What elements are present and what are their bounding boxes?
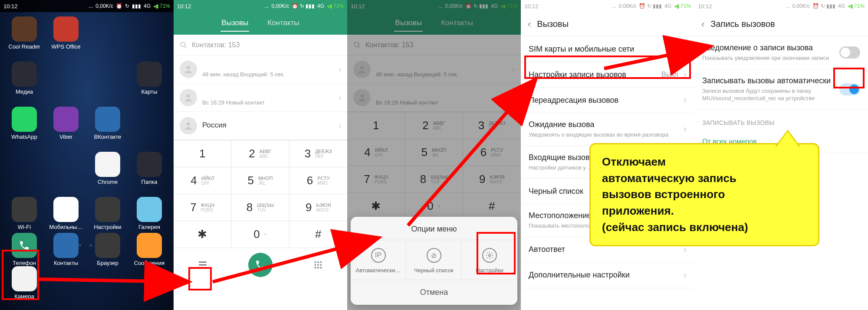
settings-row-3[interactable]: Ожидание вызоваУведомлять о входящих выз… bbox=[521, 113, 694, 146]
app-icon bbox=[95, 197, 120, 222]
phone-icon bbox=[255, 259, 266, 271]
key-2[interactable]: 2АБВГABC bbox=[231, 140, 289, 167]
dialpad-button[interactable] bbox=[306, 253, 330, 277]
app-icon bbox=[12, 197, 37, 222]
settings-row-2[interactable]: Переадресация вызовов› bbox=[521, 88, 694, 113]
recent-call-row[interactable]: Россия› bbox=[174, 112, 347, 140]
svg-point-2 bbox=[187, 66, 190, 69]
svg-point-8 bbox=[315, 261, 316, 263]
option-settings[interactable]: Настройки bbox=[462, 240, 517, 280]
dock-телефон[interactable]: Телефон bbox=[3, 233, 45, 266]
app--[interactable]: Карты bbox=[128, 62, 170, 105]
svg-point-15 bbox=[317, 267, 319, 269]
search-icon bbox=[180, 41, 187, 49]
toggle-notify[interactable] bbox=[839, 46, 860, 59]
app--[interactable]: Папка bbox=[128, 152, 170, 195]
settings-row-1[interactable]: Настройки записи вызововВыкл› bbox=[521, 62, 694, 88]
app-wps-office[interactable]: WPS Office bbox=[45, 16, 87, 60]
tab-calls[interactable]: Вызовы bbox=[220, 15, 249, 32]
status-bar: 10:12 ... 0,00K/c ⏰ ↻ ▮▮▮ 4G ◂▮71% bbox=[521, 0, 694, 12]
annotation-callout: Отключаем автоматическую запись вызовов … bbox=[589, 143, 819, 246]
app-icon bbox=[53, 233, 79, 258]
cancel-button[interactable]: Отмена bbox=[351, 280, 517, 305]
screen-phone-menu: 10:12 ... 0,00K/c ⏰ ↻ ▮▮▮ 4G ◂▮71% Вызов… bbox=[347, 0, 521, 310]
svg-point-0 bbox=[181, 42, 185, 47]
app-cool-reader[interactable]: Cool Reader bbox=[3, 16, 45, 60]
svg-line-1 bbox=[184, 46, 186, 48]
back-icon[interactable]: ‹ bbox=[528, 19, 531, 30]
section-label: ЗАПИСЫВАТЬ ВЫЗОВЫ bbox=[694, 110, 868, 131]
status-bar: 10:12 ... 0,00K/c ⏰ ↻ ▮▮▮ 4G ◂▮71% bbox=[694, 0, 868, 12]
signal-icon: ▮▮▮ bbox=[132, 3, 141, 9]
svg-point-9 bbox=[317, 261, 319, 263]
avatar-icon bbox=[180, 117, 197, 134]
chevron-right-icon: › bbox=[684, 124, 687, 135]
hamburger-icon bbox=[197, 259, 208, 271]
key-7[interactable]: 7ФХЦЧPQRS bbox=[174, 194, 231, 221]
key-5[interactable]: 5МНОПJKL bbox=[231, 167, 289, 194]
toggle-auto-record[interactable] bbox=[839, 83, 860, 95]
key-4[interactable]: 4ИЙКЛGHI bbox=[174, 167, 231, 194]
app-icon bbox=[137, 62, 162, 87]
key-0[interactable]: 0+ bbox=[231, 221, 289, 248]
chevron-right-icon: › bbox=[684, 69, 687, 80]
dock-контакты[interactable]: Контакты bbox=[45, 233, 87, 266]
settings-row-0[interactable]: SIM карты и мобильные сети› bbox=[521, 36, 694, 62]
app-whatsapp[interactable]: WhatsApp bbox=[3, 107, 45, 150]
screen-home: 10:12 ... 0,00K/c ⏰ ↻ ▮▮▮ 4G ◂▮71% Cool … bbox=[0, 0, 174, 310]
chevron-right-icon: › bbox=[684, 43, 687, 55]
app-icon bbox=[12, 266, 37, 291]
app-icon bbox=[137, 197, 162, 222]
key-8[interactable]: 8ШЩЪЫTUV bbox=[231, 194, 289, 221]
app-icon bbox=[53, 107, 79, 132]
key-3[interactable]: 3ДЕЁЖЗDEF bbox=[289, 140, 347, 167]
ip-icon: IP bbox=[371, 248, 386, 263]
settings-header: ‹ Запись вызовов bbox=[694, 12, 868, 36]
dock-браузер[interactable]: Браузер bbox=[87, 233, 128, 266]
sheet-title: Опции меню bbox=[351, 217, 517, 240]
app-icon bbox=[95, 233, 120, 258]
menu-button[interactable] bbox=[191, 253, 215, 277]
settings-row-8[interactable]: Дополнительные настройки› bbox=[521, 263, 694, 288]
app-icon bbox=[137, 233, 162, 258]
app-icon bbox=[95, 152, 120, 177]
back-icon[interactable]: ‹ bbox=[701, 19, 704, 30]
app-icon bbox=[95, 107, 120, 132]
sync-icon: ↻ bbox=[125, 3, 129, 9]
dialpad-icon bbox=[313, 260, 323, 270]
dock-сообщения[interactable]: Сообщения bbox=[128, 233, 170, 266]
key-#[interactable]: # bbox=[289, 221, 347, 248]
recent-call-row[interactable]: 48 мин. назад Входящий: 5 сек.› bbox=[174, 55, 347, 84]
tab-contacts[interactable]: Контакты bbox=[266, 15, 300, 32]
app--[interactable]: ВКонтакте bbox=[87, 107, 128, 150]
key-6[interactable]: 6РСТУMNO bbox=[289, 167, 347, 194]
avatar-icon bbox=[180, 89, 197, 106]
svg-point-14 bbox=[315, 267, 316, 269]
dock-камера[interactable]: Камера bbox=[3, 266, 45, 300]
search-field[interactable]: Контактов: 153 bbox=[174, 35, 347, 55]
app--[interactable]: Медиа bbox=[3, 62, 45, 105]
phone-header: Вызовы Контакты bbox=[174, 12, 347, 35]
call-button[interactable] bbox=[248, 253, 273, 277]
app-chrome[interactable]: Chrome bbox=[87, 152, 128, 195]
option-blacklist[interactable]: ⊘ Черный список bbox=[406, 240, 462, 280]
app-icon bbox=[12, 233, 37, 258]
app-viber[interactable]: Viber bbox=[45, 107, 87, 150]
app-icon bbox=[53, 16, 79, 42]
option-auto[interactable]: IP Автоматически… bbox=[351, 240, 406, 280]
block-icon: ⊘ bbox=[427, 248, 441, 263]
key-✱[interactable]: ✱ bbox=[174, 221, 231, 248]
svg-point-12 bbox=[317, 264, 319, 266]
row-notify-record[interactable]: Уведомление о записи вызова Показывать у… bbox=[694, 36, 868, 69]
options-sheet: Опции меню IP Автоматически… ⊘ Черный сп… bbox=[351, 217, 517, 305]
chevron-right-icon: › bbox=[684, 95, 687, 106]
key-9[interactable]: 9ЬЭЮЯWXYZ bbox=[289, 194, 347, 221]
recent-call-row[interactable]: Вс 16:29 Новый контакт› bbox=[174, 84, 347, 112]
alarm-icon: ⏰ bbox=[116, 3, 122, 9]
app-icon bbox=[137, 152, 162, 177]
settings-header: ‹ Вызовы bbox=[521, 12, 694, 36]
battery-icon: ◂▮71% bbox=[153, 3, 170, 9]
gear-icon bbox=[482, 248, 497, 263]
row-auto-record[interactable]: Записывать вызовы автоматически Записи в… bbox=[694, 69, 868, 110]
key-1[interactable]: 1 bbox=[174, 140, 231, 167]
